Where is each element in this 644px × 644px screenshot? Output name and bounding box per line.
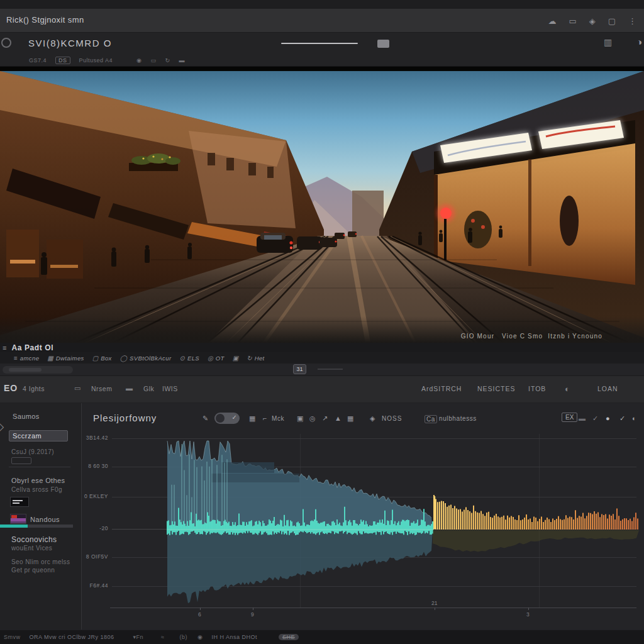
toolbar-item[interactable]: ↻Het — [247, 355, 264, 362]
small-button[interactable] — [377, 40, 389, 48]
she-pill[interactable]: SHE — [279, 634, 299, 640]
bar-icon[interactable]: ▬ — [126, 384, 133, 392]
app-window: Rick() Stgjnoxit smn ☁ ▭ ◈ ▢ ⋮ SVI(8)KCM… — [0, 0, 644, 644]
record-icon[interactable]: ◉ — [197, 634, 203, 640]
project-bar: SVI(8)KCMRD O ▥ ◑ — [0, 33, 644, 54]
progress-slider[interactable] — [281, 43, 358, 44]
x-axis-line — [110, 608, 636, 608]
x-tick — [200, 608, 201, 610]
menu-item[interactable]: GS7.4 — [29, 57, 47, 64]
x-axis-label: 6 — [198, 611, 201, 618]
loop-icon[interactable]: ↻ — [165, 57, 170, 64]
record-icon[interactable]: ◉ — [136, 57, 142, 64]
street-scene-graphic — [0, 71, 644, 343]
x-tick — [528, 608, 529, 610]
target-icon: ⊙ — [180, 355, 185, 362]
globe-icon[interactable]: ◐ — [565, 384, 570, 394]
x-tick — [435, 608, 435, 610]
project-name: SVI(8)KCMRD O — [28, 38, 112, 48]
box-icon: ▢ — [92, 355, 98, 362]
share-icon[interactable]: ◈ — [589, 16, 596, 26]
waveform-canvas[interactable] — [0, 403, 644, 630]
tab-loan[interactable]: LOAN — [597, 385, 618, 392]
logo-text: EO — [4, 383, 18, 393]
x-tick — [253, 608, 253, 610]
avatar-circle-icon[interactable] — [1, 38, 11, 48]
bracket-icon[interactable]: (b) — [180, 634, 188, 640]
brush-icon[interactable]: ≈ — [161, 634, 164, 640]
circle-icon: ◯ — [120, 355, 127, 362]
window-icon[interactable]: ▢ — [608, 16, 616, 26]
toolbar-item-label: Box — [101, 355, 112, 362]
x-axis-label: 9 — [251, 611, 254, 618]
video-preview[interactable]: GIO Mour Vioe C Smo Itznb i Ycnouno — [0, 67, 644, 343]
x-axis-label: 21 — [431, 600, 437, 606]
status-mid: IH H Ansa DHOt — [211, 634, 257, 640]
tab-itob[interactable]: ITOB — [528, 385, 546, 392]
toolbar-item-label: OT — [216, 355, 225, 362]
video-credit-text: GIO Mour Vioe C Smo Itznb i Ycnouno — [461, 333, 602, 340]
tab-ardsitrch[interactable]: ArdSITRCH — [421, 385, 462, 392]
x-axis-label: 3 — [526, 611, 530, 618]
titlebar-icons: ☁ ▭ ◈ ▢ ⋮ — [548, 9, 644, 33]
dot-circle-icon: ◎ — [208, 355, 213, 362]
edge-icon[interactable]: ⋮ — [628, 16, 636, 26]
toolbar-item-label: Het — [255, 355, 265, 362]
tab-glk[interactable]: Glk — [143, 385, 154, 392]
toolbar-item[interactable]: ▦Dwtaimes — [47, 355, 84, 362]
square-icon: ▣ — [233, 355, 238, 362]
tab-iwis[interactable]: IWIS — [162, 385, 178, 392]
tab-ights[interactable]: 4 Ights — [23, 385, 45, 392]
toolbar-item-label: amcne — [20, 355, 40, 362]
status-bar: Smvw ORA Mvw cri OClbw JRy 1806 ▾Fn ≈ (b… — [0, 630, 644, 644]
clip-toolbar: ≡amcne ▦Dwtaimes ▢Box ◯SVBtOlBkAcur ⊙ELS… — [0, 352, 644, 364]
card-icon[interactable]: ▭ — [569, 16, 576, 26]
cloud-icon[interactable]: ☁ — [548, 16, 556, 26]
app-title: Rick() Stgjnoxit smn — [6, 15, 84, 25]
clamp-icon[interactable]: ▥ — [604, 37, 612, 47]
status-left: Smvw — [4, 634, 21, 640]
tab-nesictes[interactable]: NESICTES — [477, 385, 516, 392]
clip-title: Aa Padt Ol — [11, 343, 53, 352]
toolbar-item[interactable]: ◎OT — [208, 355, 225, 362]
hamburger-icon[interactable]: ≡ — [3, 344, 6, 352]
title-bar: Rick() Stgjnoxit smn ☁ ▭ ◈ ▢ ⋮ — [0, 9, 644, 33]
marker-badge[interactable]: 31 — [293, 364, 306, 374]
menu-item-ds[interactable]: DS — [55, 57, 70, 64]
toolbar-item-label: ELS — [187, 355, 199, 362]
fn-button[interactable]: ▾Fn — [133, 634, 144, 640]
toolbar-item[interactable]: ≡amcne — [14, 355, 39, 362]
mini-clip-inner — [9, 368, 42, 372]
capsule-icon[interactable]: ▭ — [150, 57, 156, 64]
toolbar-item[interactable]: ◯SVBtOlBkAcur — [120, 355, 172, 362]
mini-timeline[interactable]: 31 — [0, 364, 644, 376]
mini-dash — [318, 369, 343, 370]
toolbar-item[interactable]: ⊙ELS — [180, 355, 200, 362]
toolbar-item-label: Dwtaimes — [56, 355, 84, 362]
toolbar-item[interactable]: ▢Box — [92, 355, 112, 362]
toolbar-item[interactable]: ▣ — [233, 355, 238, 362]
clock-icon[interactable]: ◑ — [636, 36, 642, 47]
clip-title-row: ≡ Aa Padt Ol — [0, 343, 644, 352]
menu-bar: GS7.4 DS Pultused A4 ◉ ▭ ↻ ▬ — [0, 54, 644, 67]
dash-icon[interactable]: ▬ — [179, 57, 186, 64]
status-info: ORA Mvw cri OClbw JRy 1806 — [30, 634, 114, 640]
grid-icon: ▦ — [47, 355, 53, 362]
menu-item[interactable]: Pultused A4 — [79, 57, 113, 64]
list-icon: ≡ — [14, 355, 18, 362]
panel-icon[interactable]: ▭ — [74, 384, 80, 392]
workspace-tabbar: EO 4 Ights ▭ Nrsem ▬ Glk IWIS ArdSITRCH … — [0, 376, 644, 403]
refresh-icon: ↻ — [247, 355, 252, 362]
toolbar-item-label: SVBtOlBkAcur — [130, 355, 172, 362]
tab-nrsem[interactable]: Nrsem — [91, 385, 112, 392]
window-top-strip — [0, 0, 644, 9]
